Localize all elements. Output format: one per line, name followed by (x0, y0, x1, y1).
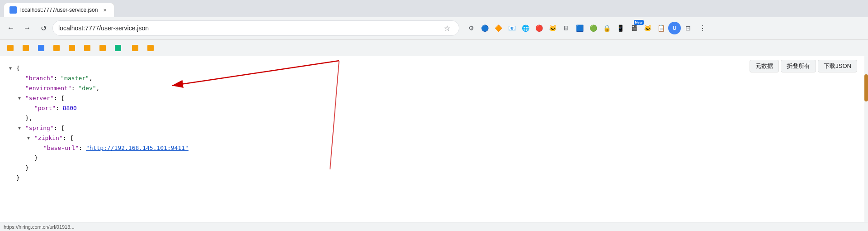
reload-button[interactable]: ↺ (36, 21, 51, 35)
bookmark-item-4[interactable] (50, 42, 63, 54)
environment-colon: : (71, 84, 79, 93)
branch-spacer (18, 75, 25, 82)
spring-toggle[interactable]: ▼ (18, 125, 25, 132)
ext-icon-17[interactable]: ⊡ (682, 22, 694, 34)
branch-value: "master" (61, 74, 89, 83)
bookmark-icon-2 (23, 45, 29, 51)
root-open-brace: { (16, 64, 20, 73)
port-spacer (27, 105, 34, 112)
json-spring-open-line: ▼ "spring" : { (9, 123, 859, 133)
collapse-all-button[interactable]: 折叠所有 (781, 60, 816, 72)
active-tab[interactable]: localhost:7777/user-service.json ✕ (4, 3, 114, 17)
tab-title: localhost:7777/user-service.json (20, 7, 98, 13)
zipkin-colon: : (63, 134, 70, 143)
download-json-button[interactable]: 下载JSON (818, 60, 857, 72)
metadata-button[interactable]: 元数据 (750, 60, 779, 72)
ext-icon-12[interactable]: 📱 (614, 22, 627, 34)
bookmark-item-3[interactable] (34, 42, 48, 54)
bookmark-item-1[interactable] (4, 42, 17, 54)
spring-colon: : (54, 124, 61, 133)
bookmark-item-6[interactable] (80, 42, 94, 54)
spring-close-spacer (18, 164, 25, 172)
address-bar[interactable]: localhost:7777/user-service.json ☆ (52, 20, 459, 36)
zipkin-toggle[interactable]: ▼ (27, 135, 34, 142)
baseurl-value[interactable]: "http://192.168.145.101:9411" (86, 144, 189, 153)
bookmark-icon-3 (38, 45, 44, 51)
bookmark-icon-7 (99, 45, 106, 51)
json-zipkin-open-line: ▼ "zipkin" : { (9, 133, 859, 143)
status-bar: https://hiring.com.cn/url/01913... (0, 222, 868, 231)
ext-icon-15[interactable]: 📋 (655, 22, 667, 34)
json-branch-line: "branch" : "master" , (9, 73, 859, 83)
scrollbar-track[interactable] (864, 56, 868, 231)
branch-key: "branch" (25, 74, 54, 83)
server-open-brace: { (61, 94, 64, 103)
back-button[interactable]: ← (4, 21, 18, 35)
extension-area: ⚙ 🔵 🔶 📧 🌐 🔴 🐱 🖥 🟦 🟢 🔒 📱 🖥 New 🐱 📋 U ⊡ ⋮ (465, 21, 710, 35)
json-viewer: 元数据 折叠所有 下载JSON ▼ { "branch" : "master" … (0, 56, 868, 231)
bookmark-icon-4 (53, 45, 60, 51)
tab-close-button[interactable]: ✕ (101, 6, 108, 14)
json-environment-line: "environment" : "dev" , (9, 83, 859, 93)
json-server-open-line: ▼ "server" : { (9, 93, 859, 103)
ext-icon-2[interactable]: 🔵 (478, 22, 491, 34)
ext-icon-7[interactable]: 🐱 (546, 22, 559, 34)
forward-button[interactable]: → (20, 21, 34, 35)
json-baseurl-line: "base-url" : "http://192.168.145.101:941… (9, 143, 859, 153)
json-root-close-line: } (9, 173, 859, 183)
server-close-brace: }, (25, 114, 33, 123)
ext-icon-9[interactable]: 🟦 (573, 22, 586, 34)
bookmark-item-2[interactable] (19, 42, 33, 54)
ext-icon-new[interactable]: 🖥 New (627, 22, 640, 34)
bookmark-item-7[interactable] (96, 42, 109, 54)
zipkin-key: "zipkin" (34, 134, 63, 143)
tab-bar: localhost:7777/user-service.json ✕ (0, 0, 868, 17)
bookmark-item-9[interactable] (128, 42, 142, 54)
port-key: "port" (34, 104, 56, 113)
json-root-open: ▼ { (9, 63, 859, 73)
ext-icon-11[interactable]: 🔒 (600, 22, 613, 34)
baseurl-spacer (36, 144, 43, 152)
root-toggle[interactable]: ▼ (9, 65, 16, 72)
server-toggle[interactable]: ▼ (18, 95, 25, 102)
environment-value: "dev" (78, 84, 96, 93)
server-close-spacer (18, 115, 25, 122)
json-port-line: "port" : 8800 (9, 103, 859, 113)
zipkin-open-brace: { (70, 134, 73, 143)
ext-icon-6[interactable]: 🔴 (533, 22, 545, 34)
zipkin-close-spacer (27, 154, 34, 162)
ext-icon-14[interactable]: 🐱 (641, 22, 654, 34)
json-root: ▼ { "branch" : "master" , "environment" … (9, 63, 859, 183)
server-key: "server" (25, 94, 54, 103)
ext-icon-10[interactable]: 🟢 (587, 22, 599, 34)
ext-icon-8[interactable]: 🖥 (560, 22, 572, 34)
server-colon: : (54, 94, 61, 103)
bookmark-icon-5 (69, 45, 75, 51)
chrome-menu-button[interactable]: ⋮ (695, 21, 710, 35)
bookmark-item-10[interactable] (144, 42, 157, 54)
bookmark-icon-8 (115, 45, 121, 51)
json-zipkin-close-line: } (9, 153, 859, 163)
ext-icon-3[interactable]: 🔶 (492, 22, 505, 34)
json-server-close-line: }, (9, 113, 859, 123)
bookmark-star-icon[interactable]: ☆ (441, 22, 453, 34)
bookmark-item-5[interactable] (65, 42, 79, 54)
baseurl-colon: : (79, 144, 86, 153)
ext-icon-1[interactable]: ⚙ (465, 22, 477, 34)
branch-colon: : (54, 74, 61, 83)
spring-key: "spring" (25, 124, 54, 133)
bookmarks-bar (0, 40, 868, 56)
json-spring-close-line: } (9, 163, 859, 173)
status-url: https://hiring.com.cn/url/01913... (4, 224, 75, 230)
ext-icon-16[interactable]: U (668, 22, 681, 34)
bookmark-icon-9 (132, 45, 138, 51)
spring-open-brace: { (61, 124, 64, 133)
ext-icon-5[interactable]: 🌐 (519, 22, 532, 34)
action-toolbar: 元数据 折叠所有 下载JSON (750, 60, 857, 72)
scrollbar-thumb[interactable] (864, 74, 868, 101)
bookmark-icon-1 (7, 45, 14, 51)
port-colon: : (56, 104, 63, 113)
ext-icon-4[interactable]: 📧 (505, 22, 518, 34)
tab-favicon (9, 6, 17, 14)
bookmark-item-8[interactable] (111, 42, 127, 54)
